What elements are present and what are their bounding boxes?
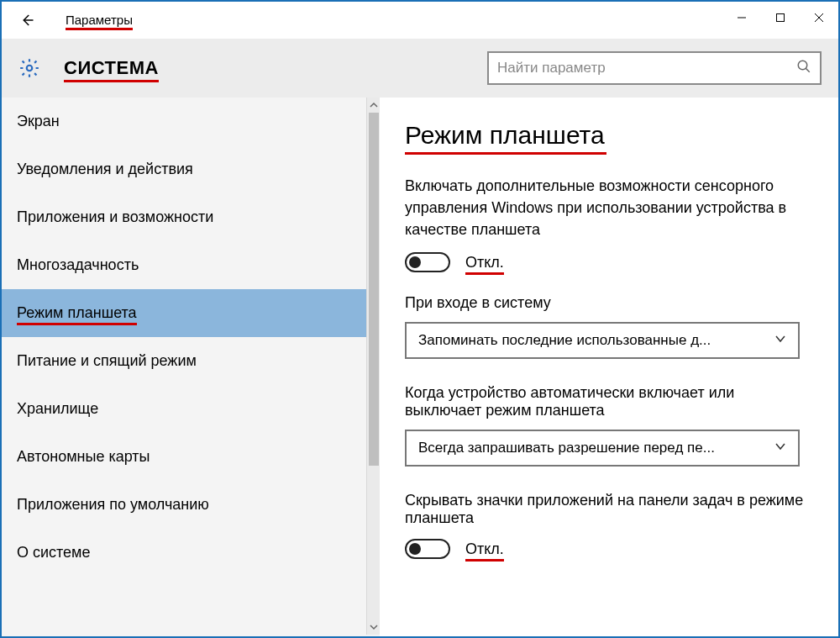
svg-point-4 — [27, 66, 33, 71]
search-icon — [796, 59, 811, 78]
minimize-button[interactable] — [722, 2, 761, 34]
scroll-up-icon[interactable] — [367, 99, 381, 111]
svg-line-6 — [806, 68, 810, 72]
sidebar-item-label: О системе — [17, 544, 91, 561]
window-controls — [722, 2, 838, 34]
search-box[interactable] — [487, 51, 822, 85]
toggle1-state: Откл. — [465, 254, 504, 272]
toggle-hide-taskbar-icons[interactable] — [405, 539, 450, 559]
content-pane: Режим планшета Включать дополнительные в… — [380, 98, 838, 636]
chevron-down-icon — [774, 332, 786, 349]
close-button[interactable] — [800, 2, 838, 34]
sidebar-item-apps-features[interactable]: Приложения и возможности — [2, 193, 380, 241]
category-title: СИСТЕМА — [64, 57, 159, 79]
sidebar-scrollbar[interactable] — [366, 98, 380, 635]
titlebar: Параметры — [2, 2, 838, 39]
sidebar-item-notifications[interactable]: Уведомления и действия — [2, 145, 380, 193]
signin-label: При входе в систему — [405, 294, 813, 312]
maximize-button[interactable] — [761, 2, 800, 34]
sidebar-item-multitasking[interactable]: Многозадачность — [2, 241, 380, 289]
autoswitch-select-value: Всегда запрашивать разрешение перед пе..… — [418, 440, 715, 456]
search-input[interactable] — [497, 60, 796, 76]
scroll-down-icon[interactable] — [367, 621, 381, 633]
signin-select-value: Запоминать последние использованные д... — [418, 332, 711, 349]
sidebar-item-label: Автономные карты — [17, 448, 150, 465]
sidebar: Экран Уведомления и действия Приложения … — [2, 98, 380, 636]
sidebar-item-label: Приложения по умолчанию — [17, 496, 209, 513]
window-title: Параметры — [66, 13, 133, 29]
sidebar-item-label: Многозадачность — [17, 256, 139, 273]
sidebar-item-offline-maps[interactable]: Автономные карты — [2, 433, 380, 481]
toggle-tablet-enhancements[interactable] — [405, 252, 450, 272]
chevron-down-icon — [774, 440, 786, 456]
back-button[interactable] — [8, 2, 45, 39]
sidebar-item-label: Уведомления и действия — [17, 161, 193, 177]
toggle2-description: Скрывать значки приложений на панели зад… — [405, 492, 813, 527]
sidebar-item-label: Хранилище — [17, 400, 98, 417]
toggle2-state: Откл. — [465, 540, 504, 558]
toggle1-description: Включать дополнительные возможности сенс… — [405, 175, 813, 240]
scrollbar-thumb[interactable] — [369, 113, 379, 466]
autoswitch-label: Когда устройство автоматически включает … — [405, 384, 813, 419]
signin-select[interactable]: Запоминать последние использованные д... — [405, 322, 800, 359]
sidebar-item-label: Режим планшета — [17, 304, 137, 322]
sidebar-item-screen[interactable]: Экран — [2, 98, 380, 145]
autoswitch-select[interactable]: Всегда запрашивать разрешение перед пе..… — [405, 430, 800, 467]
gear-icon — [18, 57, 40, 79]
body: Экран Уведомления и действия Приложения … — [2, 98, 838, 636]
sidebar-item-tablet-mode[interactable]: Режим планшета — [2, 289, 380, 337]
sidebar-item-about[interactable]: О системе — [2, 529, 380, 567]
svg-rect-1 — [777, 14, 785, 22]
sidebar-item-label: Экран — [17, 113, 60, 129]
header-band: СИСТЕМА — [2, 39, 838, 98]
sidebar-item-default-apps[interactable]: Приложения по умолчанию — [2, 481, 380, 529]
page-title: Режим планшета — [405, 121, 605, 150]
svg-point-5 — [798, 61, 807, 70]
sidebar-item-power-sleep[interactable]: Питание и спящий режим — [2, 337, 380, 385]
sidebar-item-storage[interactable]: Хранилище — [2, 385, 380, 433]
sidebar-item-label: Питание и спящий режим — [17, 352, 197, 369]
settings-window: Параметры СИСТЕМА — [0, 0, 840, 638]
sidebar-item-label: Приложения и возможности — [17, 208, 213, 225]
